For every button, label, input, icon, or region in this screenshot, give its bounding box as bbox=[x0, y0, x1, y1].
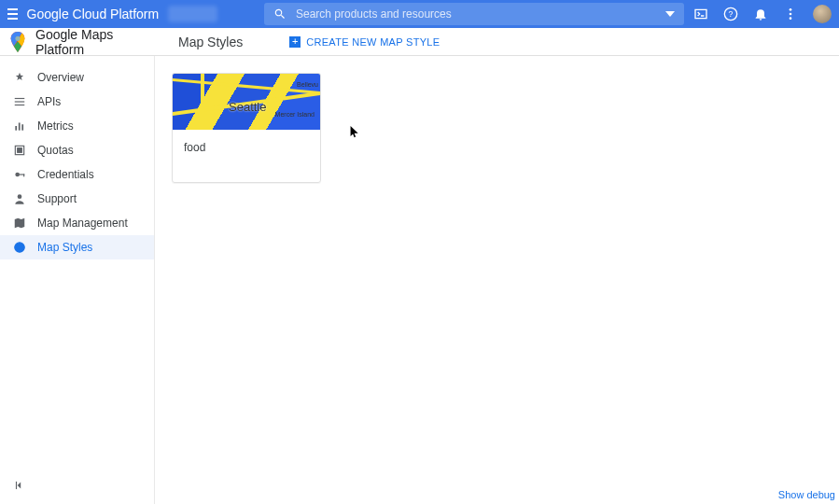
search-box[interactable] bbox=[264, 3, 684, 25]
sidebar-item-label: APIs bbox=[37, 95, 61, 108]
svg-point-21 bbox=[17, 248, 19, 250]
content: Seattle Bellevu Mercer Island food Show … bbox=[155, 56, 839, 504]
map-style-card[interactable]: Seattle Bellevu Mercer Island food bbox=[172, 73, 321, 183]
thumb-label: Mercer Island bbox=[275, 111, 315, 118]
svg-rect-11 bbox=[21, 124, 23, 130]
sidebar-item-map-management[interactable]: Map Management bbox=[0, 211, 154, 235]
svg-rect-16 bbox=[23, 174, 24, 176]
svg-rect-9 bbox=[15, 126, 17, 131]
sidebar-item-label: Map Management bbox=[37, 217, 128, 230]
svg-point-4 bbox=[790, 17, 792, 20]
page-title: Map Styles bbox=[178, 35, 243, 49]
sidebar-item-quotas[interactable]: Quotas bbox=[0, 138, 154, 162]
svg-rect-13 bbox=[18, 148, 22, 153]
sidebar-item-label: Support bbox=[37, 192, 77, 205]
sidebar-item-label: Metrics bbox=[37, 119, 74, 133]
cloud-shell-icon[interactable] bbox=[693, 7, 708, 21]
collapse-sidebar-button[interactable] bbox=[13, 479, 26, 495]
svg-rect-22 bbox=[16, 482, 17, 489]
sidebar-item-map-styles[interactable]: Map Styles bbox=[0, 235, 154, 259]
svg-rect-8 bbox=[15, 105, 25, 105]
subbar: Google Maps Platform Map Styles + CREATE… bbox=[0, 28, 839, 56]
sidebar-item-support[interactable]: Support bbox=[0, 187, 154, 211]
sidebar-item-metrics[interactable]: Metrics bbox=[0, 114, 154, 138]
plus-icon: + bbox=[289, 36, 301, 48]
avatar[interactable] bbox=[813, 5, 832, 23]
help-icon[interactable]: ? bbox=[723, 7, 738, 21]
map-thumbnail: Seattle Bellevu Mercer Island bbox=[173, 74, 320, 130]
sidebar-item-label: Quotas bbox=[37, 144, 74, 157]
thumb-label: Bellevu bbox=[297, 81, 318, 88]
svg-point-14 bbox=[15, 173, 20, 177]
topbar-actions: ? bbox=[693, 5, 832, 23]
card-title: food bbox=[173, 130, 320, 182]
svg-rect-10 bbox=[19, 123, 21, 131]
svg-point-17 bbox=[18, 194, 22, 199]
product-title: Google Maps Platform bbox=[35, 27, 161, 57]
search-input[interactable] bbox=[296, 7, 656, 21]
svg-point-3 bbox=[790, 13, 792, 16]
svg-point-2 bbox=[790, 8, 792, 11]
sidebar-item-apis[interactable]: APIs bbox=[0, 90, 154, 114]
svg-rect-6 bbox=[15, 98, 25, 99]
sidebar-item-label: Overview bbox=[37, 71, 84, 84]
svg-rect-7 bbox=[15, 101, 25, 102]
sidebar-item-credentials[interactable]: Credentials bbox=[0, 162, 154, 187]
brand-label: Google Cloud Platform bbox=[27, 7, 160, 21]
search-icon bbox=[273, 7, 287, 21]
project-selector[interactable] bbox=[168, 6, 217, 22]
topbar: Google Cloud Platform ? bbox=[0, 0, 839, 28]
menu-icon[interactable] bbox=[7, 8, 18, 20]
show-debug-link[interactable]: Show debug bbox=[778, 489, 835, 500]
sidebar-item-overview[interactable]: Overview bbox=[0, 65, 154, 90]
maps-pin-icon bbox=[9, 32, 26, 52]
sidebar-item-label: Map Styles bbox=[37, 241, 92, 254]
svg-point-5 bbox=[15, 35, 20, 40]
sidebar-item-label: Credentials bbox=[37, 168, 94, 181]
svg-point-20 bbox=[21, 245, 22, 246]
body: Overview APIs Metrics Quotas Credentials… bbox=[0, 56, 839, 504]
thumb-city-label: Seattle bbox=[229, 100, 266, 114]
svg-point-19 bbox=[17, 245, 19, 246]
chevron-down-icon[interactable] bbox=[665, 11, 675, 17]
svg-text:?: ? bbox=[729, 9, 734, 19]
notifications-icon[interactable] bbox=[753, 7, 768, 21]
create-label: CREATE NEW MAP STYLE bbox=[306, 36, 440, 48]
more-vert-icon[interactable] bbox=[783, 7, 798, 21]
create-new-map-style-button[interactable]: + CREATE NEW MAP STYLE bbox=[289, 36, 440, 48]
sidebar: Overview APIs Metrics Quotas Credentials… bbox=[0, 56, 155, 504]
